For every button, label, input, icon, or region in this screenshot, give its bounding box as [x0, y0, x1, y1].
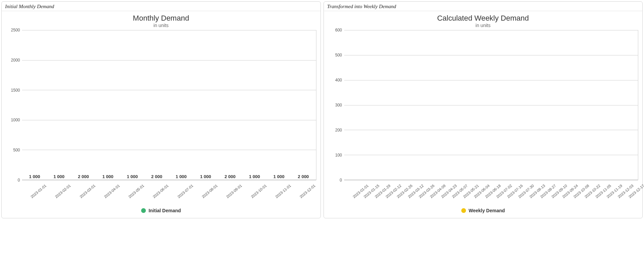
gridline — [344, 30, 638, 30]
xtick: 2023-08-01 — [197, 182, 214, 206]
gridline — [22, 60, 316, 61]
ytick: 400 — [335, 78, 342, 82]
bar-value-label: 1 000 — [200, 174, 211, 179]
xtick: 2023-12-01 — [295, 182, 312, 206]
chart-monthly-subtitle: in units — [6, 23, 316, 28]
chart-monthly-title: Monthly Demand — [6, 14, 316, 23]
gridline — [344, 55, 638, 55]
ytick: 1500 — [11, 88, 20, 93]
bar-slot: 2 000 — [222, 174, 239, 180]
plot-monthly: 05001000150020002500 1 0001 0002 0001 00… — [6, 30, 316, 180]
card-monthly: Initial Monthly Demand Monthly Demand in… — [1, 1, 321, 218]
gridline — [22, 90, 316, 90]
legend-swatch-icon — [461, 208, 466, 213]
ytick: 300 — [335, 103, 342, 107]
legend-swatch-icon — [141, 208, 146, 213]
xtick: 2023-01-01 — [26, 182, 43, 206]
ytick: 0 — [340, 178, 342, 183]
chart-monthly: Monthly Demand in units 0500100015002000… — [2, 11, 320, 218]
legend-weekly[interactable]: Weekly Demand — [328, 206, 639, 217]
ytick: 2500 — [11, 28, 20, 32]
bar-value-label: 2 000 — [224, 174, 236, 179]
bar-value-label: 2 000 — [78, 174, 89, 179]
ytick: 600 — [335, 28, 342, 32]
bar-value-label: 1 000 — [29, 174, 40, 179]
legend-monthly-label: Initial Demand — [149, 208, 181, 213]
plotarea-monthly[interactable]: 1 0001 0002 0001 0001 0002 0001 0001 000… — [22, 30, 316, 180]
bar-value-label: 1 000 — [273, 174, 285, 179]
xtick: 2023-01-01 — [348, 182, 353, 206]
gridline — [22, 150, 316, 150]
bar-slot: 1 000 — [197, 174, 214, 180]
bar-slot: 1 000 — [50, 174, 67, 180]
bar-value-label: 2 000 — [151, 174, 162, 179]
card-weekly-title: Transformed into Weekly Demand — [324, 2, 643, 11]
bar-value-label: 1 000 — [249, 174, 260, 179]
plot-weekly: 0100200300400500600 — [328, 30, 639, 180]
bar-slot: 1 000 — [124, 174, 141, 180]
bar-slot: 2 000 — [295, 174, 312, 180]
card-monthly-title: Initial Monthly Demand — [2, 2, 320, 11]
bar-slot: 1 000 — [270, 174, 287, 180]
gridline — [344, 130, 638, 130]
xtick: 2023-03-01 — [75, 182, 92, 206]
xtick: 2023-10-01 — [246, 182, 263, 206]
xtick: 2023-04-01 — [99, 182, 116, 206]
ytick: 500 — [335, 53, 342, 57]
xtick: 2023-11-01 — [271, 182, 288, 206]
ytick: 1000 — [11, 118, 20, 122]
gridline — [22, 30, 316, 30]
bar-value-label: 2 000 — [298, 174, 309, 179]
plotarea-weekly[interactable] — [344, 30, 639, 180]
gridline — [344, 80, 638, 80]
bar-slot: 1 000 — [99, 174, 116, 180]
yaxis-monthly: 05001000150020002500 — [6, 30, 22, 180]
ytick: 0 — [18, 178, 20, 183]
xtick: 2023-06-01 — [148, 182, 165, 206]
ytick: 2000 — [11, 58, 20, 63]
xaxis-weekly: 2023-01-012023-01-082023-01-152023-01-22… — [344, 180, 639, 206]
bar-slot: 1 000 — [246, 174, 263, 180]
bar-slot: 1 000 — [173, 174, 190, 180]
xtick: 2023-05-01 — [124, 182, 141, 206]
bar-value-label: 1 000 — [53, 174, 65, 179]
yaxis-weekly: 0100200300400500600 — [328, 30, 344, 180]
xtick: 2023-02-01 — [50, 182, 67, 206]
ytick: 500 — [13, 148, 20, 152]
ytick: 200 — [335, 128, 342, 132]
bar-slot: 2 000 — [75, 174, 92, 180]
page: Initial Monthly Demand Monthly Demand in… — [0, 0, 644, 220]
bar-slot: 1 000 — [26, 174, 43, 180]
xaxis-monthly: 2023-01-012023-02-012023-03-012023-04-01… — [22, 180, 316, 206]
xtick: 2023-09-01 — [222, 182, 239, 206]
gridline — [344, 155, 638, 155]
bar-value-label: 1 000 — [127, 174, 138, 179]
gridline — [344, 105, 638, 105]
ytick: 100 — [335, 153, 342, 158]
bar-slot: 2 000 — [148, 174, 165, 180]
card-weekly: Transformed into Weekly Demand Calculate… — [324, 1, 643, 218]
legend-monthly[interactable]: Initial Demand — [6, 206, 316, 217]
bar-value-label: 1 000 — [176, 174, 187, 179]
chart-weekly-title: Calculated Weekly Demand — [328, 14, 639, 23]
xtick: 2023-07-01 — [173, 182, 190, 206]
chart-weekly: Calculated Weekly Demand in units 010020… — [324, 11, 643, 218]
chart-weekly-subtitle: in units — [328, 23, 639, 28]
legend-weekly-label: Weekly Demand — [469, 208, 505, 213]
gridline — [22, 120, 316, 120]
bar-value-label: 1 000 — [102, 174, 113, 179]
